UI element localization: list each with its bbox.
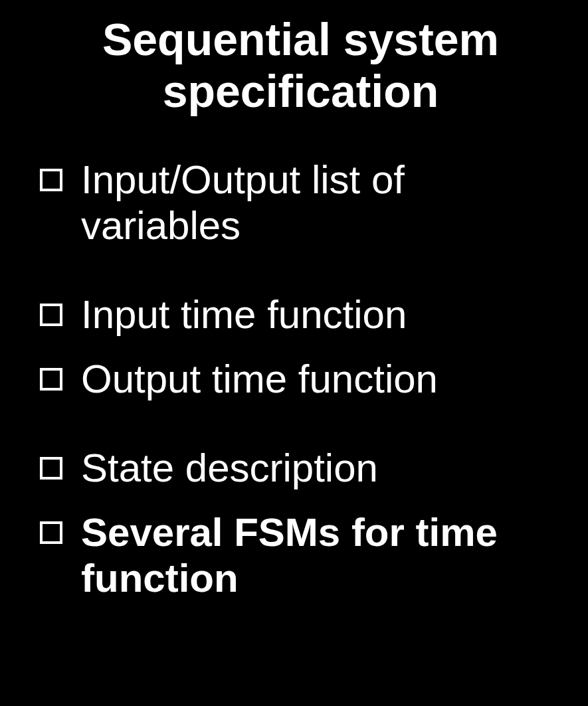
list-item: State description <box>40 445 561 491</box>
list-item: Input time function <box>40 292 561 337</box>
square-bullet-icon <box>40 368 62 391</box>
title-line-1: Sequential system <box>40 13 561 65</box>
title-line-2: specification <box>40 65 561 117</box>
bullet-text: Several FSMs for time function <box>81 509 561 601</box>
square-bullet-icon <box>40 304 62 326</box>
list-item: Output time function <box>40 356 561 402</box>
bullet-list: Input/Output list of variables Input tim… <box>40 157 561 601</box>
bullet-text: Input/Output list of variables <box>81 157 561 248</box>
bullet-text: Output time function <box>81 356 561 402</box>
bullet-text: Input time function <box>81 292 561 337</box>
list-item: Several FSMs for time function <box>40 509 561 601</box>
slide: Sequential system specification Input/Ou… <box>0 0 588 646</box>
list-item: Input/Output list of variables <box>40 157 561 248</box>
square-bullet-icon <box>40 457 62 480</box>
slide-title: Sequential system specification <box>40 13 561 117</box>
bullet-text: State description <box>81 445 561 491</box>
square-bullet-icon <box>40 169 62 191</box>
square-bullet-icon <box>40 521 62 544</box>
